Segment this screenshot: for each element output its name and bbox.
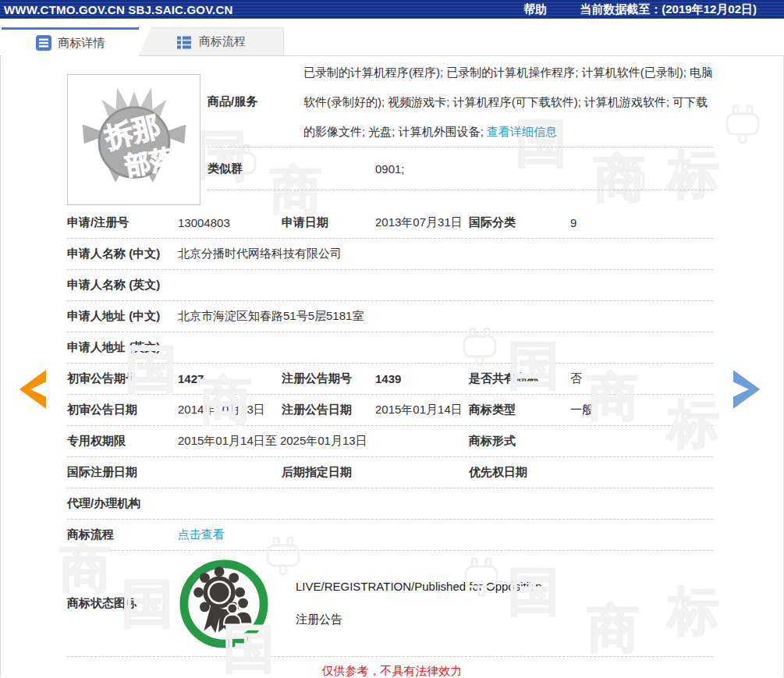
previous-arrow-button[interactable] bbox=[16, 367, 46, 411]
field-label: 申请人地址 (英文) bbox=[67, 340, 178, 355]
view-details-link[interactable]: 查看详细信息 bbox=[487, 125, 557, 138]
trademark-detail-panel: 国商国商标国商国商标商国国商标国 拆那 bbox=[0, 56, 784, 677]
help-link[interactable]: 帮助 bbox=[523, 2, 547, 17]
table-row-gazette-no: 初审公告期号 1427 注册公告期号 1439 是否共有商标 否 bbox=[67, 364, 713, 395]
field-value: 北京市海淀区知春路51号5层5181室 bbox=[178, 309, 713, 324]
trademark-status-row: 商标状态图标 LIVE/REGISTRATION/Published for O… bbox=[67, 551, 713, 657]
table-row-applicant-en: 申请人名称 (英文) bbox=[67, 270, 713, 301]
field-value: 北京分播时代网络科技有限公司 bbox=[178, 247, 713, 261]
table-row-agency: 代理/办理机构 bbox=[67, 488, 713, 520]
tab-trademark-details[interactable]: 商标详情 bbox=[2, 27, 139, 56]
table-row-applicant-cn: 申请人名称 (中文) 北京分播时代网络科技有限公司 bbox=[67, 239, 713, 270]
field-label: 国际分类 bbox=[469, 215, 570, 230]
goods-services-label: 商品/服务 bbox=[208, 94, 303, 109]
field-label: 后期指定日期 bbox=[282, 465, 375, 480]
field-label: 初审公告日期 bbox=[67, 403, 178, 417]
similar-group-value: 0901; bbox=[375, 162, 713, 176]
table-row-gazette-date: 初审公告日期 2014年10月13日 注册公告日期 2015年01月14日 商标… bbox=[67, 395, 713, 426]
site-title: WWW.CTMO.GOV.CN SBJ.SAIC.GOV.CN bbox=[4, 3, 523, 16]
list-icon bbox=[36, 35, 51, 51]
goods-services-value: 已录制的计算机程序(程序); 已录制的计算机操作程序; 计算机软件(已录制); … bbox=[303, 56, 713, 147]
field-label: 专用权期限 bbox=[67, 434, 178, 449]
field-value: 1427 bbox=[178, 372, 282, 385]
status-icon-label: 商标状态图标 bbox=[67, 596, 178, 611]
tab-label: 商标详情 bbox=[59, 36, 105, 51]
menu-list-icon bbox=[176, 34, 192, 50]
tab-label: 商标流程 bbox=[199, 34, 246, 49]
table-row-address-en: 申请人地址 (英文) bbox=[67, 332, 713, 364]
table-row-address-cn: 申请人地址 (中文) 北京市海淀区知春路51号5层5181室 bbox=[67, 301, 713, 332]
similar-group-label: 类似群 bbox=[208, 162, 375, 176]
legal-disclaimer: 仅供参考，不具有法律效力 bbox=[1, 664, 783, 677]
next-arrow-button[interactable] bbox=[733, 367, 763, 411]
field-value: 否 bbox=[570, 371, 713, 386]
table-row-process: 商标流程 点击查看 bbox=[67, 520, 713, 551]
table-row-intl-dates: 国际注册日期 后期指定日期 优先权日期 bbox=[67, 457, 713, 488]
field-label: 代理/办理机构 bbox=[67, 496, 178, 511]
field-label: 商标类型 bbox=[469, 403, 570, 417]
field-label: 注册公告期号 bbox=[282, 371, 375, 386]
field-label: 注册公告日期 bbox=[282, 403, 375, 417]
field-value: 9 bbox=[570, 216, 713, 229]
status-line-gazette: 注册公告 bbox=[296, 612, 542, 627]
field-label: 申请人名称 (英文) bbox=[67, 278, 178, 293]
table-row-registration: 申请/注册号 13004803 申请日期 2013年07月31日 国际分类 9 bbox=[67, 208, 713, 239]
field-value: 一般 bbox=[570, 403, 713, 417]
field-label: 商标流程 bbox=[67, 527, 178, 542]
field-value: 13004803 bbox=[178, 216, 282, 229]
field-label: 申请人名称 (中文) bbox=[67, 247, 178, 261]
field-value: 2014年10月13日 bbox=[178, 403, 282, 417]
tab-bar: 商标详情 商标流程 bbox=[0, 27, 784, 56]
data-cutoff-text: 当前数据截至：(2019年12月02日) bbox=[580, 2, 757, 17]
table-row-exclusive-period: 专用权期限 2015年01月14日至 2025年01月13日 商标形式 bbox=[67, 426, 713, 457]
similar-group-row: 类似群 0901; bbox=[208, 147, 713, 190]
field-label: 申请/注册号 bbox=[67, 215, 178, 230]
field-value: 2015年01月14日 bbox=[375, 403, 469, 417]
tab-trademark-process[interactable]: 商标流程 bbox=[139, 27, 284, 55]
status-ribbon-icon bbox=[178, 558, 270, 650]
trademark-emblem-icon: 拆那 部落 bbox=[76, 81, 193, 198]
status-line-live: LIVE/REGISTRATION/Published for Oppositi… bbox=[296, 580, 542, 593]
click-to-view-link[interactable]: 点击查看 bbox=[178, 527, 713, 542]
field-value: 1439 bbox=[375, 372, 469, 385]
trademark-logo-image: 拆那 部落 bbox=[67, 74, 200, 205]
field-label: 申请日期 bbox=[282, 215, 375, 230]
top-bar: WWW.CTMO.GOV.CN SBJ.SAIC.GOV.CN 帮助 当前数据截… bbox=[0, 0, 784, 19]
field-value: 2013年07月31日 bbox=[375, 215, 469, 230]
field-label: 是否共有商标 bbox=[469, 371, 570, 386]
field-label: 优先权日期 bbox=[469, 465, 570, 480]
field-label: 国际注册日期 bbox=[67, 465, 178, 480]
field-label: 申请人地址 (中文) bbox=[67, 309, 178, 324]
field-value: 2015年01月14日至 2025年01月13日 bbox=[178, 434, 469, 449]
field-label: 初审公告期号 bbox=[67, 371, 178, 386]
field-label: 商标形式 bbox=[469, 434, 570, 449]
goods-services-row: 商品/服务 已录制的计算机程序(程序); 已录制的计算机操作程序; 计算机软件(… bbox=[208, 56, 713, 147]
